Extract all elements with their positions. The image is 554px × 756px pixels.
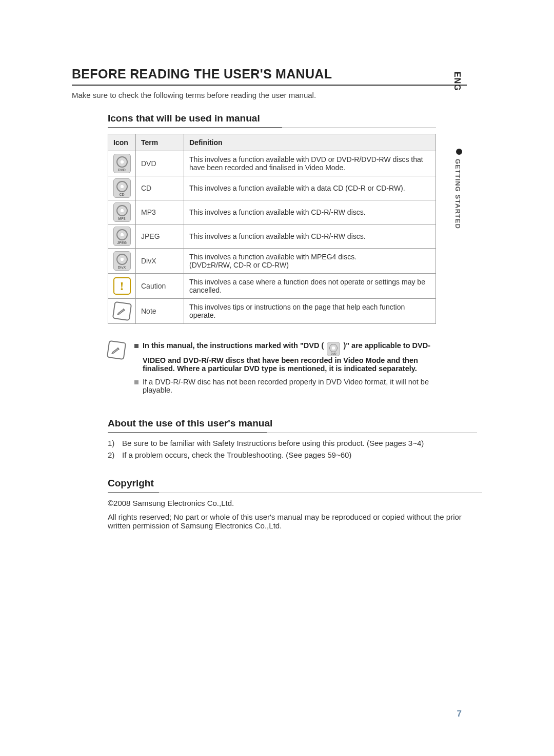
caution-icon: ! (113, 277, 131, 295)
note-item-bold: In this manual, the instructions marked … (134, 341, 436, 373)
term-cell: MP3 (136, 200, 184, 224)
table-row: DVD DVD This involves a function availab… (108, 151, 436, 176)
bullet-icon (134, 380, 138, 384)
list-number: 1) (108, 439, 118, 447)
table-row: JPEG JPEG This involves a function avail… (108, 224, 436, 249)
list-item: 1) Be sure to be familiar with Safety In… (108, 439, 477, 447)
definition-cell: This involves tips or instructions on th… (184, 299, 436, 324)
list-text: If a problem occurs, check the Troublesh… (122, 451, 351, 459)
definition-cell: This involves a function available with … (184, 200, 436, 224)
list-text: Be sure to be familiar with Safety Instr… (122, 439, 424, 447)
term-cell: DVD (136, 151, 184, 176)
divider (108, 127, 436, 128)
definition-cell: This involves a function available with … (184, 249, 436, 274)
section-label: GETTING STARTED (454, 159, 462, 229)
table-row: DivX DivX This involves a function avail… (108, 249, 436, 274)
copyright-section-title: Copyright (108, 478, 482, 491)
table-row: CD CD This involves a function available… (108, 176, 436, 200)
divx-disc-icon: DivX (113, 251, 131, 271)
note-pencil-icon (107, 340, 126, 360)
notes-block: In this manual, the instructions marked … (108, 337, 436, 399)
table-row: MP3 MP3 This involves a function availab… (108, 200, 436, 224)
icons-section-title: Icons that will be used in manual (108, 113, 436, 126)
definition-cell: This involves a function available with … (184, 151, 436, 176)
divider (108, 492, 482, 493)
th-definition: Definition (184, 134, 436, 151)
copyright-line1: ©2008 Samsung Electronics Co.,Ltd. (108, 499, 482, 507)
icons-table: Icon Term Definition DVD DVD This involv… (108, 134, 436, 324)
note2-text: If a DVD-R/-RW disc has not been recorde… (143, 378, 436, 394)
jpeg-disc-icon: JPEG (113, 227, 131, 246)
page-number: 7 (457, 709, 462, 719)
definition-cell: This involves a case where a function do… (184, 274, 436, 299)
term-cell: JPEG (136, 224, 184, 249)
inline-dvd-icon: DVD (327, 342, 340, 356)
copyright-line2: All rights reserved; No part or whole of… (108, 513, 482, 530)
about-list: 1) Be sure to be familiar with Safety In… (108, 439, 477, 459)
term-cell: Note (136, 299, 184, 324)
dvd-disc-icon: DVD (113, 154, 131, 173)
cd-disc-icon: CD (113, 178, 131, 198)
about-section-title: About the use of this user's manual (108, 418, 477, 431)
mp3-disc-icon: MP3 (113, 202, 131, 222)
term-cell: DivX (136, 249, 184, 274)
divider (108, 432, 477, 433)
table-row: ! Caution This involves a case where a f… (108, 274, 436, 299)
page-title: BEFORE READING THE USER'S MANUAL (72, 67, 467, 86)
th-icon: Icon (108, 134, 136, 151)
language-label: ENG (452, 72, 462, 91)
table-row: Note This involves tips or instructions … (108, 299, 436, 324)
table-header-row: Icon Term Definition (108, 134, 436, 151)
bullet-icon (134, 344, 138, 348)
term-cell: Caution (136, 274, 184, 299)
side-bullet-icon (456, 149, 462, 155)
th-term: Term (136, 134, 184, 151)
list-item: 2) If a problem occurs, check the Troubl… (108, 451, 477, 459)
note-pencil-icon (112, 301, 131, 321)
note-item: If a DVD-R/-RW disc has not been recorde… (134, 378, 436, 394)
manual-page: ENG GETTING STARTED BEFORE READING THE U… (0, 0, 554, 756)
definition-cell: This involves a function available with … (184, 176, 436, 200)
term-cell: CD (136, 176, 184, 200)
note1-pre: In this manual, the instructions marked … (143, 341, 324, 350)
intro-text: Make sure to check the following terms b… (72, 91, 467, 99)
copyright-body: ©2008 Samsung Electronics Co.,Ltd. All r… (108, 499, 482, 530)
definition-cell: This involves a function available with … (184, 224, 436, 249)
list-number: 2) (108, 451, 118, 459)
